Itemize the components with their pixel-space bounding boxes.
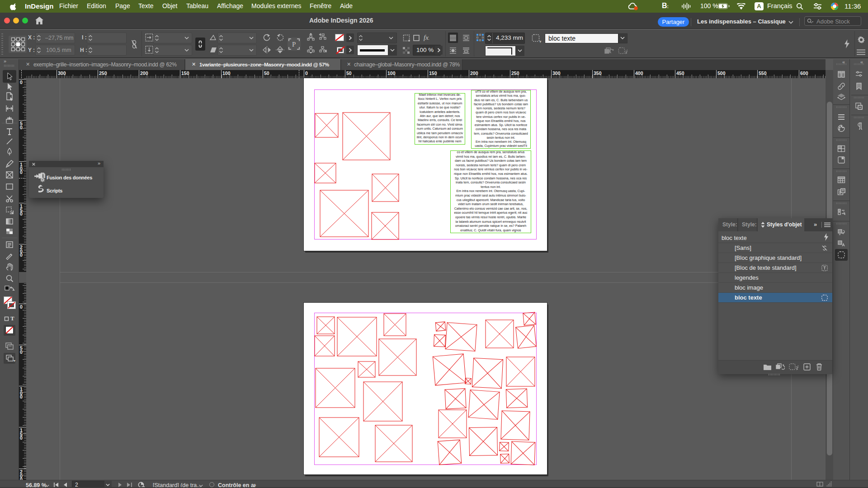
svg-text:P: P bbox=[292, 41, 296, 48]
